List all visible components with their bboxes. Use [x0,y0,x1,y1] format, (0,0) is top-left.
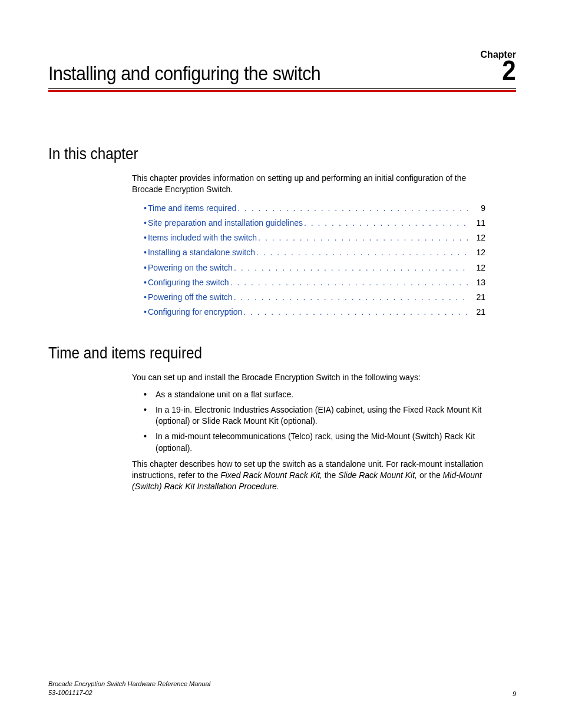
list-item: As a standalone unit on a flat surface. [144,389,485,401]
toc-item: •Configuring for encryption21 [144,305,485,319]
footer-page-number: 9 [513,690,516,697]
toc-page: 21 [469,305,485,319]
toc-item: •Items included with the switch12 [144,230,485,245]
toc-dots [237,201,468,216]
time-items-refs: This chapter describes how to set up the… [132,459,485,492]
heading-in-this-chapter: In this chapter [48,145,470,163]
toc-item: •Installing a standalone switch12 [144,245,485,260]
toc-link[interactable]: Configuring the switch [148,275,229,290]
rule-divider [48,88,516,89]
toc-link[interactable]: Installing a standalone switch [148,245,255,260]
toc-dots [243,305,468,319]
toc-link[interactable]: Powering on the switch [148,261,233,275]
page-footer: Brocade Encryption Switch Hardware Refer… [48,680,516,697]
toc-page: 9 [469,201,485,216]
toc-link[interactable]: Time and items required [148,201,236,216]
toc-dots [304,216,468,230]
install-ways-list: As a standalone unit on a flat surface. … [144,389,485,454]
toc-link[interactable]: Site preparation and installation guidel… [148,216,303,230]
toc-dots [256,245,468,260]
toc-item: •Powering on the switch12 [144,261,485,275]
toc-dots [230,275,468,290]
footer-doc-id: 53-1001117-02 [48,689,210,697]
toc-page: 12 [469,261,485,275]
toc-page: 21 [469,290,485,305]
chapter-header: Chapter Installing and configuring the s… [48,50,516,92]
heading-time-items: Time and items required [48,344,470,363]
toc-page: 11 [469,216,485,230]
rule-accent [48,90,516,92]
toc-page: 13 [469,275,485,290]
toc-item: •Configuring the switch13 [144,275,485,290]
intro-paragraph: This chapter provides information on set… [132,173,485,195]
list-item: In a 19-in. Electronic Industries Associ… [144,404,485,427]
toc-link[interactable]: Configuring for encryption [148,305,242,319]
toc-dots [234,290,468,305]
footer-doc-title: Brocade Encryption Switch Hardware Refer… [48,680,210,689]
toc-link[interactable]: Items included with the switch [148,230,257,245]
toc-item: •Time and items required9 [144,201,485,216]
toc-dots [258,230,468,245]
chapter-title: Installing and configuring the switch [48,62,320,85]
toc-item: •Powering off the switch21 [144,290,485,305]
time-items-intro: You can set up and install the Brocade E… [132,372,485,383]
chapter-number: 2 [503,57,516,85]
toc-link[interactable]: Powering off the switch [148,290,233,305]
toc-dots [234,261,468,275]
toc-item: •Site preparation and installation guide… [144,216,485,230]
list-item: In a mid-mount telecommunications (Telco… [144,431,485,454]
toc-page: 12 [469,245,485,260]
toc-list: •Time and items required9 •Site preparat… [144,201,485,320]
toc-page: 12 [469,230,485,245]
